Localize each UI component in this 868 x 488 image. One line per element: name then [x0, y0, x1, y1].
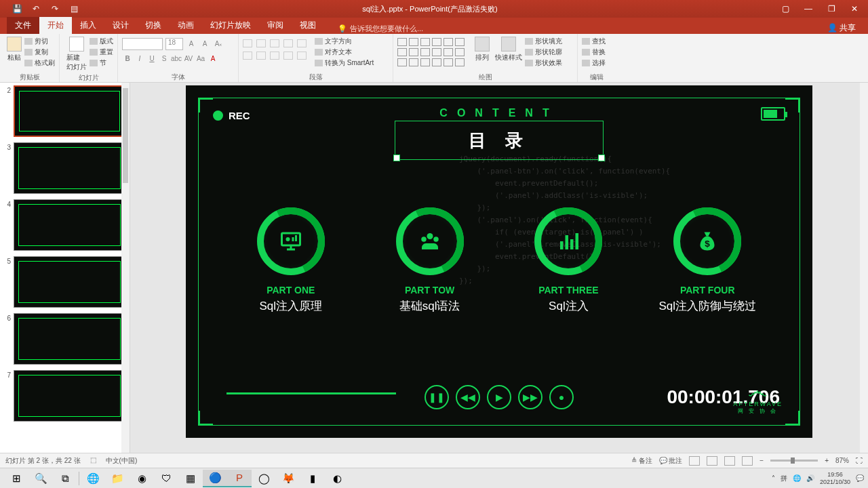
selection-handle-right[interactable]	[598, 155, 605, 161]
change-case-button[interactable]: Aa	[195, 53, 206, 64]
slide-canvas[interactable]: jQuery(document).ready(function(){ ('.pa…	[186, 85, 812, 438]
ribbon-display-icon[interactable]: ▢	[781, 4, 789, 14]
undo-icon[interactable]: ↶	[31, 4, 41, 14]
notes-button[interactable]: ≜ 备注	[631, 456, 652, 466]
paste-button[interactable]: 粘贴	[4, 35, 24, 64]
find-button[interactable]: 查找	[582, 37, 606, 46]
increase-font-icon[interactable]: A	[186, 38, 197, 49]
explorer-icon[interactable]: 📁	[105, 470, 130, 487]
thumbnail-6[interactable]	[14, 313, 125, 365]
tab-slideshow[interactable]: 幻灯片放映	[202, 17, 259, 34]
align-justify-icon[interactable]	[283, 52, 293, 60]
part-three[interactable]: PART THREE Sql注入	[507, 207, 629, 314]
minimize-icon[interactable]: —	[804, 4, 812, 14]
shape-fill-button[interactable]: 形状填充	[525, 37, 562, 46]
share-button[interactable]: 👤 共享	[827, 22, 868, 34]
quick-styles-button[interactable]: 快速样式	[492, 35, 525, 64]
part-one[interactable]: PART ONE Sql注入原理	[230, 207, 352, 314]
tab-review[interactable]: 审阅	[259, 17, 292, 34]
line-spacing-icon[interactable]	[297, 39, 307, 47]
thumbnail-3[interactable]	[14, 142, 125, 194]
shape-outline-button[interactable]: 形状轮廓	[525, 47, 562, 57]
shadow-button[interactable]: S	[159, 53, 170, 64]
tell-me-search[interactable]: 💡 告诉我您想要做什么...	[338, 24, 423, 34]
italic-button[interactable]: I	[134, 53, 145, 64]
arrange-button[interactable]: 排列	[472, 35, 492, 64]
new-slide-button[interactable]: 新建 幻灯片	[64, 35, 90, 73]
select-button[interactable]: 选择	[582, 58, 606, 68]
thumbs-scrollbar[interactable]	[121, 83, 130, 453]
cut-button[interactable]: 剪切	[24, 37, 55, 46]
language[interactable]: 中文(中国)	[106, 456, 138, 466]
section-button[interactable]: 节	[90, 58, 113, 68]
copy-button[interactable]: 复制	[24, 47, 55, 57]
fit-window-icon[interactable]: ⛶	[856, 457, 863, 464]
powerpoint-icon[interactable]: P	[227, 470, 252, 487]
char-spacing-button[interactable]: AV	[183, 53, 194, 64]
save-icon[interactable]: 💾	[12, 4, 22, 14]
task-view-icon[interactable]: ⧉	[53, 470, 77, 487]
start-button[interactable]: ⊞	[4, 470, 28, 487]
chrome-icon[interactable]: ◯	[252, 470, 276, 487]
redo-icon[interactable]: ↷	[50, 4, 60, 14]
tab-animation[interactable]: 动画	[170, 17, 202, 34]
slideshow-view-icon[interactable]	[742, 456, 753, 466]
comments-button[interactable]: 💬 批注	[659, 456, 683, 466]
replace-button[interactable]: 替换	[582, 47, 606, 57]
bullets-icon[interactable]	[243, 39, 252, 47]
text-direction-button[interactable]: 文字方向	[315, 37, 374, 46]
font-size-select[interactable]: 18	[165, 38, 183, 50]
decrease-font-icon[interactable]: A	[199, 38, 210, 49]
tab-design[interactable]: 设计	[104, 17, 137, 34]
forward-icon[interactable]: ▶▶	[518, 385, 542, 409]
close-icon[interactable]: ✕	[850, 4, 859, 14]
thumbnail-7[interactable]	[14, 370, 125, 422]
part-four[interactable]: $ PART FOUR Sql注入防御与绕过	[646, 207, 768, 314]
slide-editor[interactable]: jQuery(document).ready(function(){ ('.pa…	[130, 83, 868, 453]
edge-icon[interactable]: 🌐	[81, 470, 105, 487]
app-icon-3[interactable]: ▮	[300, 470, 325, 487]
app-icon-2[interactable]: 🔵	[203, 470, 227, 487]
app-icon-1[interactable]: ▦	[178, 470, 203, 487]
zoom-in-button[interactable]: +	[825, 457, 829, 464]
shapes-gallery[interactable]	[397, 35, 472, 66]
align-text-button[interactable]: 对齐文本	[315, 47, 374, 57]
clear-format-icon[interactable]: Aₓ	[213, 38, 224, 49]
clock[interactable]: 19:56 2021/10/30	[820, 471, 850, 486]
app-icon-4[interactable]: ◐	[325, 470, 349, 487]
selection-handle-left[interactable]	[393, 155, 400, 161]
zoom-slider[interactable]	[770, 460, 818, 462]
thumbnail-2[interactable]	[14, 85, 125, 137]
sorter-view-icon[interactable]	[707, 456, 717, 466]
search-icon[interactable]: 🔍	[28, 470, 53, 487]
spell-check-icon[interactable]: ⬚	[90, 456, 96, 466]
convert-smartart-button[interactable]: 转换为 SmartArt	[315, 58, 374, 68]
font-color-button[interactable]: A	[208, 53, 218, 64]
shield-icon[interactable]: 🛡	[154, 470, 178, 487]
reading-view-icon[interactable]	[724, 456, 735, 466]
slide-thumbnails-pane[interactable]: 2 3 4 5 6 7	[0, 83, 130, 453]
firefox-icon[interactable]: 🦊	[276, 470, 300, 487]
align-right-icon[interactable]	[270, 52, 279, 60]
shape-effects-button[interactable]: 形状效果	[525, 58, 562, 68]
zoom-out-button[interactable]: −	[760, 457, 764, 464]
network-icon[interactable]: 🌐	[793, 474, 801, 482]
ime-indicator[interactable]: 拼	[781, 474, 787, 483]
bold-button[interactable]: B	[122, 53, 133, 64]
part-two[interactable]: PART TOW 基础sql语法	[369, 207, 491, 314]
pause-icon[interactable]: ❚❚	[425, 385, 449, 409]
strikethrough-button[interactable]: abc	[171, 53, 182, 64]
steam-icon[interactable]: ◉	[130, 470, 154, 487]
tab-transition[interactable]: 切换	[137, 17, 170, 34]
reset-button[interactable]: 重置	[90, 47, 113, 57]
zoom-level[interactable]: 87%	[835, 457, 849, 464]
notifications-icon[interactable]: 💬	[856, 474, 864, 482]
slideshow-start-icon[interactable]: ▤	[69, 4, 79, 14]
maximize-icon[interactable]: ❐	[827, 4, 835, 14]
editor-scrollbar[interactable]	[860, 83, 868, 453]
align-center-icon[interactable]	[256, 52, 266, 60]
record-icon[interactable]: ●	[549, 385, 574, 409]
tab-home[interactable]: 开始	[39, 17, 72, 34]
underline-button[interactable]: U	[146, 53, 157, 64]
indent-inc-icon[interactable]	[283, 39, 293, 47]
